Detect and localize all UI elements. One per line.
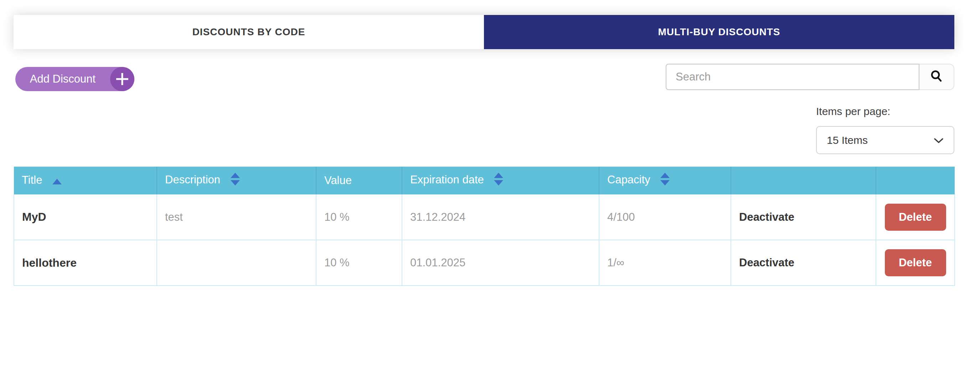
search-group: [666, 64, 955, 90]
column-header-description[interactable]: Description: [157, 166, 316, 194]
table-header-row: Title Description Value Expiration date: [14, 166, 955, 194]
cell-capacity: 1/∞: [599, 240, 731, 285]
cell-title: MyD: [14, 194, 157, 240]
column-label: Expiration date: [410, 173, 484, 186]
table-row: MyD test 10 % 31.12.2024 4/100 Deactivat…: [14, 194, 955, 240]
table-row: hellothere 10 % 01.01.2025 1/∞ Deactivat…: [14, 240, 955, 285]
delete-button[interactable]: Delete: [885, 249, 946, 276]
cell-description: test: [157, 194, 316, 240]
column-label: Title: [22, 174, 42, 186]
tab-label: MULTI-BUY DISCOUNTS: [658, 26, 780, 38]
column-label: Value: [324, 174, 352, 187]
cell-capacity: 4/100: [599, 194, 731, 240]
column-label: Description: [165, 173, 220, 186]
delete-button[interactable]: Delete: [885, 204, 946, 231]
column-label: Capacity: [607, 173, 651, 186]
cell-delete: Delete: [876, 194, 955, 240]
column-header-delete: [876, 166, 955, 194]
sort-asc-icon: [52, 174, 62, 187]
column-header-expiration-date[interactable]: Expiration date: [402, 166, 599, 194]
cell-title: hellothere: [14, 240, 157, 285]
search-button[interactable]: [920, 64, 955, 90]
tab-label: DISCOUNTS BY CODE: [192, 26, 305, 38]
chevron-down-icon: [934, 134, 943, 146]
column-header-actions: [731, 166, 876, 194]
column-header-title[interactable]: Title: [14, 166, 157, 194]
cell-description: [157, 240, 316, 285]
tab-bar: DISCOUNTS BY CODE MULTI-BUY DISCOUNTS: [14, 15, 955, 49]
search-input[interactable]: [666, 64, 920, 90]
cell-action: Deactivate: [731, 240, 876, 285]
column-header-value[interactable]: Value: [316, 166, 402, 194]
search-icon: [930, 70, 943, 84]
sort-both-icon: [494, 173, 503, 188]
deactivate-link[interactable]: Deactivate: [739, 256, 794, 269]
plus-icon: [110, 67, 134, 91]
items-per-page-select[interactable]: 15 Items: [816, 126, 955, 154]
items-per-page-label: Items per page:: [816, 105, 890, 117]
cell-expiration-date: 31.12.2024: [402, 194, 599, 240]
tab-discounts-by-code[interactable]: DISCOUNTS BY CODE: [14, 15, 484, 49]
cell-value: 10 %: [316, 194, 402, 240]
cell-delete: Delete: [876, 240, 955, 285]
discounts-table: Title Description Value Expiration date: [14, 166, 955, 286]
cell-action: Deactivate: [731, 194, 876, 240]
items-per-page-value: 15 Items: [827, 134, 868, 146]
column-header-capacity[interactable]: Capacity: [599, 166, 731, 194]
deactivate-link[interactable]: Deactivate: [739, 211, 794, 223]
tab-multi-buy-discounts[interactable]: MULTI-BUY DISCOUNTS: [484, 15, 955, 49]
add-discount-button[interactable]: Add Discount: [15, 67, 134, 91]
add-discount-label: Add Discount: [30, 73, 95, 85]
sort-both-icon: [231, 173, 240, 188]
cell-expiration-date: 01.01.2025: [402, 240, 599, 285]
sort-both-icon: [660, 173, 670, 188]
cell-value: 10 %: [316, 240, 402, 285]
